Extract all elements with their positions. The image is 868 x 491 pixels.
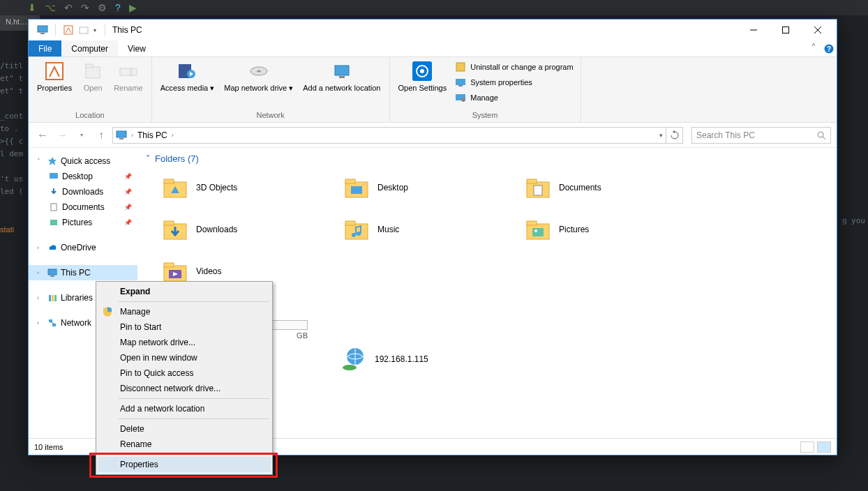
nav-desktop[interactable]: Desktop 📌 (29, 169, 137, 184)
window-controls (738, 20, 834, 40)
ctx-pin-start[interactable]: Pin to Start (98, 319, 271, 335)
maximize-button[interactable] (770, 20, 802, 40)
chevron-right-icon[interactable]: › (37, 294, 44, 301)
access-media-button[interactable]: Access media ▾ (156, 59, 219, 94)
documents-icon (48, 202, 59, 213)
svg-point-31 (818, 132, 823, 137)
qat-dropdown-icon[interactable]: ▾ (93, 27, 96, 33)
tab-view[interactable]: View (118, 40, 156, 56)
ctx-properties[interactable]: Properties (98, 457, 271, 472)
uninstall-icon (455, 61, 466, 73)
search-icon (816, 130, 826, 140)
recent-dropdown[interactable]: ▾ (73, 127, 90, 144)
chevron-right-icon[interactable]: › (37, 244, 44, 251)
svg-rect-24 (456, 63, 465, 71)
svg-rect-53 (164, 221, 174, 225)
chevron-right-icon[interactable]: › (37, 269, 44, 276)
context-menu: Expand Manage Pin to Start Map network d… (96, 281, 273, 475)
open-settings-button[interactable]: Open Settings (394, 59, 451, 94)
chevron-right-icon[interactable]: › (172, 132, 174, 139)
address-bar[interactable]: › This PC › ▾ (112, 127, 666, 144)
refresh-button[interactable] (666, 127, 683, 144)
address-dropdown-icon[interactable]: ▾ (659, 132, 663, 139)
nav-downloads[interactable]: Downloads 📌 (29, 184, 137, 199)
svg-rect-33 (50, 173, 58, 179)
up-button[interactable]: ↑ (93, 127, 110, 144)
svg-point-57 (357, 232, 361, 236)
ctx-add-network-location[interactable]: Add a network location (98, 401, 271, 416)
svg-point-18 (257, 70, 261, 73)
ctx-pin-quick-access[interactable]: Pin to Quick access (98, 365, 271, 381)
ctx-expand[interactable]: Expand (98, 284, 271, 299)
ribbon-group-location: Properties Open Rename Location (29, 57, 152, 122)
pin-icon: 📌 (124, 188, 132, 195)
ctx-open-new-window[interactable]: Open in new window (98, 350, 271, 365)
map-drive-button[interactable]: Map network drive ▾ (220, 59, 297, 94)
folder-pictures[interactable]: Pictures (524, 213, 698, 246)
folders-section-header[interactable]: ˅ Folders (7) (137, 148, 837, 168)
nav-quick-access[interactable]: ˅ Quick access (29, 153, 137, 169)
nav-onedrive[interactable]: › OneDrive (29, 240, 137, 255)
ribbon-collapse-icon[interactable]: ˄ (806, 40, 821, 56)
properties-button[interactable]: Properties (33, 59, 76, 94)
nav-documents[interactable]: Documents 📌 (29, 199, 137, 215)
svg-point-61 (534, 229, 537, 232)
titlebar: ▾ This PC (29, 20, 837, 40)
breadcrumb-this-pc[interactable]: This PC (137, 130, 167, 140)
ctx-manage[interactable]: Manage (98, 304, 271, 319)
close-button[interactable] (802, 20, 834, 40)
folder-3d-objects[interactable]: 3D Objects (161, 171, 336, 204)
manage-button[interactable]: Manage (452, 91, 576, 105)
back-button[interactable]: ← (34, 127, 51, 144)
ctx-disconnect-drive[interactable]: Disconnect network drive... (98, 381, 271, 396)
ribbon: Properties Open Rename Location Access m… (29, 57, 837, 123)
folder-documents[interactable]: Documents (524, 171, 698, 204)
new-folder-qat-icon[interactable] (78, 24, 89, 36)
properties-qat-icon[interactable] (63, 24, 74, 36)
nav-this-pc[interactable]: › This PC (29, 265, 137, 280)
folder-desktop[interactable]: Desktop (343, 171, 517, 204)
svg-rect-63 (164, 263, 174, 267)
details-view-button[interactable] (800, 441, 814, 453)
svg-rect-10 (46, 63, 63, 80)
folder-music[interactable]: Music (343, 213, 517, 246)
minimize-button[interactable] (738, 20, 770, 40)
rename-icon (117, 60, 140, 82)
svg-rect-34 (51, 204, 57, 211)
svg-rect-51 (534, 186, 542, 195)
tiles-view-button[interactable] (817, 441, 831, 453)
ctx-map-drive[interactable]: Map network drive... (98, 335, 271, 350)
pin-icon: 📌 (124, 173, 132, 180)
uninstall-button[interactable]: Uninstall or change a program (452, 60, 576, 74)
svg-rect-47 (345, 179, 355, 183)
help-icon[interactable]: ? (821, 40, 837, 56)
nav-pictures[interactable]: Pictures 📌 (29, 215, 137, 230)
tab-file[interactable]: File (29, 40, 61, 56)
svg-text:?: ? (827, 45, 831, 53)
svg-rect-29 (117, 131, 126, 137)
quick-access-toolbar: ▾ (31, 22, 102, 38)
tab-computer[interactable]: Computer (61, 40, 118, 56)
ctx-delete[interactable]: Delete (98, 421, 271, 437)
shield-icon (102, 306, 113, 317)
svg-rect-25 (456, 79, 465, 85)
network-icon (47, 317, 58, 328)
svg-rect-38 (49, 295, 51, 301)
media-icon (176, 60, 198, 82)
ide-code-right: g you (842, 216, 865, 225)
folder-icon (343, 174, 371, 202)
add-network-location-button[interactable]: Add a network location (299, 59, 384, 94)
computer-icon (47, 267, 58, 278)
folder-downloads[interactable]: Downloads (161, 213, 336, 246)
chevron-down-icon[interactable]: ˅ (37, 158, 44, 165)
ctx-rename[interactable]: Rename (98, 437, 271, 452)
svg-rect-41 (49, 319, 52, 322)
network-location-icon (331, 60, 353, 82)
system-properties-button[interactable]: System properties (452, 75, 576, 89)
chevron-right-icon[interactable]: › (131, 132, 133, 139)
svg-rect-48 (351, 186, 362, 194)
svg-line-32 (823, 137, 825, 139)
ribbon-tabs: File Computer View ˄ ? (29, 40, 837, 57)
search-input[interactable]: Search This PC (691, 127, 831, 144)
chevron-right-icon[interactable]: › (37, 319, 44, 326)
